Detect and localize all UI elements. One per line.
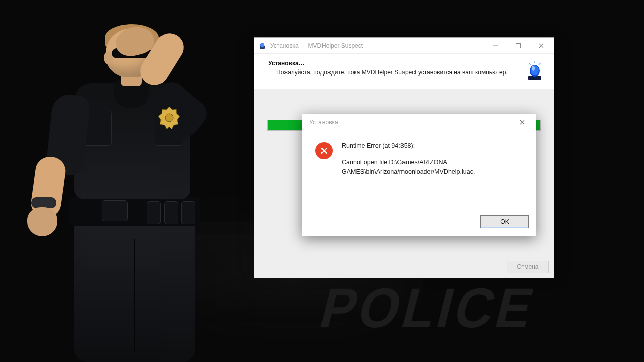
installer-footer: Отмена	[254, 255, 554, 278]
error-icon	[315, 142, 333, 159]
close-button[interactable]	[530, 38, 553, 53]
error-line1: Runtime Error (at 94:358):	[342, 141, 527, 151]
svg-point-8	[531, 65, 539, 75]
maximize-button[interactable]	[507, 38, 530, 53]
svg-rect-5	[516, 43, 521, 48]
app-icon	[258, 42, 266, 50]
svg-point-9	[532, 66, 535, 71]
ok-button[interactable]: OK	[480, 215, 529, 228]
installer-header-title: Установка…	[268, 60, 518, 67]
police-car-text: POLICE	[315, 280, 542, 336]
error-dialog: Установка Runtime Error (at 94:358): Can…	[302, 114, 536, 236]
cop-character	[15, 28, 236, 362]
error-line2: Cannot open file D:\Games\ARIZONA GAMES\…	[342, 158, 527, 177]
installer-header-text: Пожалуйста, подождите, пока MVDHelper Su…	[276, 68, 518, 76]
installer-titlebar[interactable]: Установка — MVDHelper Suspect	[254, 38, 554, 54]
cancel-button[interactable]: Отмена	[507, 261, 549, 273]
error-close-button[interactable]	[511, 115, 534, 130]
minimize-button[interactable]	[484, 38, 507, 53]
installer-header: Установка… Пожалуйста, подождите, пока M…	[254, 54, 554, 89]
installer-title: Установка — MVDHelper Suspect	[270, 42, 484, 49]
svg-point-0	[165, 114, 173, 122]
beacon-icon	[525, 60, 545, 82]
svg-point-3	[261, 43, 264, 46]
svg-rect-4	[493, 45, 498, 46]
police-badge-icon	[158, 106, 180, 133]
error-dialog-titlebar[interactable]: Установка	[302, 114, 536, 130]
error-message: Runtime Error (at 94:358): Cannot open f…	[342, 141, 527, 204]
error-dialog-title: Установка	[309, 119, 511, 126]
